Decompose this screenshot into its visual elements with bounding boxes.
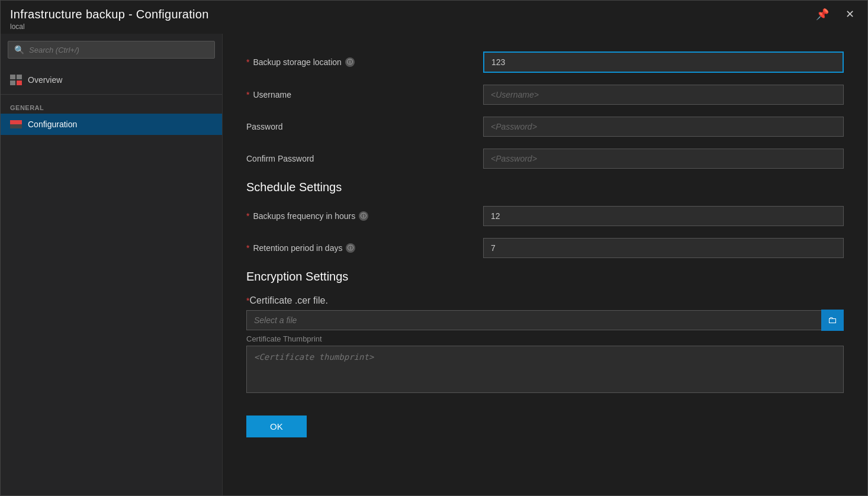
- sidebar-section-general: GENERAL: [1, 97, 222, 114]
- backup-frequency-input[interactable]: [483, 206, 844, 226]
- retention-input[interactable]: [483, 238, 844, 258]
- title-bar: Infrastructure backup - Configuration lo…: [1, 1, 867, 34]
- configuration-icon: [10, 120, 22, 128]
- required-star-location: *: [246, 57, 249, 67]
- username-row: * Username: [246, 85, 844, 105]
- backup-location-info-icon[interactable]: ⓘ: [345, 57, 355, 67]
- confirm-password-input[interactable]: [483, 149, 844, 169]
- search-input[interactable]: [29, 46, 208, 54]
- backup-frequency-info-icon[interactable]: ⓘ: [359, 211, 368, 221]
- cert-file-label-row: * Certificate .cer file.: [246, 295, 844, 306]
- required-star-frequency: *: [246, 211, 249, 221]
- svg-rect-1: [17, 75, 22, 79]
- password-label: Password: [246, 122, 483, 131]
- confirm-password-label: Confirm Password: [246, 154, 483, 163]
- overview-icon: [10, 74, 22, 86]
- backup-location-label: * Backup storage location ⓘ: [246, 57, 483, 67]
- retention-label-text: Retention period in days: [253, 243, 342, 253]
- retention-row: * Retention period in days ⓘ: [246, 238, 844, 258]
- schedule-heading: Schedule Settings: [246, 181, 844, 194]
- cert-thumbprint-label: Certificate Thumbprint: [246, 334, 844, 343]
- retention-info-icon[interactable]: ⓘ: [346, 243, 355, 253]
- password-label-text: Password: [246, 122, 282, 131]
- backup-frequency-label: * Backups frequency in hours ⓘ: [246, 211, 483, 221]
- cert-file-label-text: Certificate .cer file.: [249, 295, 327, 306]
- svg-rect-2: [10, 80, 15, 85]
- ok-button[interactable]: OK: [246, 416, 307, 437]
- password-row: Password: [246, 117, 844, 137]
- sidebar-nav: Overview GENERAL Configuration: [1, 68, 222, 135]
- sidebar-item-overview[interactable]: Overview: [1, 68, 222, 92]
- file-browse-button[interactable]: 🗀: [821, 310, 844, 331]
- cert-file-input[interactable]: [246, 310, 821, 330]
- username-input[interactable]: [483, 85, 844, 105]
- sidebar-divider: [1, 94, 222, 95]
- overview-label: Overview: [28, 75, 62, 85]
- backup-frequency-row: * Backups frequency in hours ⓘ: [246, 206, 844, 226]
- confirm-password-label-text: Confirm Password: [246, 154, 314, 163]
- backup-location-row: * Backup storage location ⓘ: [246, 51, 844, 73]
- required-star-username: *: [246, 90, 249, 99]
- close-button[interactable]: ✕: [842, 7, 858, 22]
- search-box[interactable]: 🔍: [8, 41, 215, 59]
- search-icon: 🔍: [14, 45, 24, 54]
- username-label-text: Username: [253, 90, 291, 99]
- file-input-row: 🗀: [246, 310, 844, 331]
- sidebar: 🔍 Overview GENERAL: [1, 34, 223, 495]
- window-title: Infrastructure backup - Configuration: [10, 8, 209, 21]
- file-browse-icon: 🗀: [828, 315, 837, 326]
- retention-label: * Retention period in days ⓘ: [246, 243, 483, 253]
- svg-rect-0: [10, 75, 15, 79]
- cert-thumbprint-input[interactable]: [246, 346, 844, 393]
- title-bar-controls: 📌 ✕: [812, 7, 858, 22]
- username-label: * Username: [246, 90, 483, 99]
- backup-location-label-text: Backup storage location: [253, 57, 341, 67]
- cert-file-section: * Certificate .cer file. 🗀: [246, 295, 844, 331]
- password-input[interactable]: [483, 117, 844, 137]
- backup-location-input[interactable]: [483, 51, 844, 73]
- backup-frequency-label-text: Backups frequency in hours: [253, 211, 355, 221]
- svg-rect-3: [17, 80, 22, 85]
- encryption-heading: Encryption Settings: [246, 270, 844, 284]
- title-bar-left: Infrastructure backup - Configuration lo…: [10, 8, 209, 31]
- sidebar-item-configuration[interactable]: Configuration: [1, 114, 222, 135]
- pin-button[interactable]: 📌: [812, 7, 832, 22]
- required-star-retention: *: [246, 243, 249, 253]
- main-window: Infrastructure backup - Configuration lo…: [0, 0, 868, 496]
- confirm-password-row: Confirm Password: [246, 149, 844, 169]
- cert-thumbprint-section: Certificate Thumbprint: [246, 334, 844, 395]
- main-content: * Backup storage location ⓘ * Username P…: [223, 34, 867, 495]
- content-area: 🔍 Overview GENERAL: [1, 34, 867, 495]
- configuration-label: Configuration: [28, 120, 77, 129]
- window-subtitle: local: [10, 22, 209, 31]
